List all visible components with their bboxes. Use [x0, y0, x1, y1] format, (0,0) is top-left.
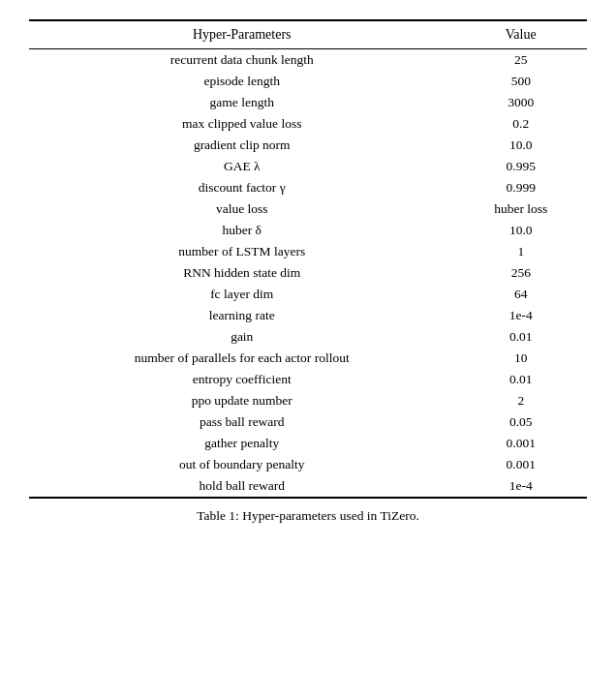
- value-cell: 500: [455, 71, 588, 92]
- value-cell: 0.01: [455, 326, 588, 348]
- param-cell: max clipped value loss: [29, 113, 455, 135]
- table-row: gradient clip norm10.0: [29, 135, 587, 156]
- table-row: recurrent data chunk length25: [29, 49, 587, 72]
- param-cell: episode length: [29, 71, 455, 92]
- value-cell: 25: [455, 49, 588, 72]
- param-cell: hold ball reward: [29, 475, 455, 498]
- table-row: out of boundary penalty0.001: [29, 454, 587, 475]
- value-cell: 10.0: [455, 135, 588, 156]
- param-cell: game length: [29, 92, 455, 113]
- value-cell: 10.0: [455, 220, 588, 241]
- param-cell: out of boundary penalty: [29, 454, 455, 475]
- table-row: fc layer dim64: [29, 284, 587, 305]
- value-cell: 10: [455, 348, 588, 369]
- table-row: ppo update number2: [29, 390, 587, 411]
- param-cell: pass ball reward: [29, 411, 455, 433]
- table-row: discount factor γ0.999: [29, 177, 587, 198]
- table-row: episode length500: [29, 71, 587, 92]
- table-row: game length3000: [29, 92, 587, 113]
- table-row: entropy coefficient0.01: [29, 369, 587, 390]
- value-cell: 0.001: [455, 454, 588, 475]
- param-cell: huber δ: [29, 220, 455, 241]
- table-row: GAE λ0.995: [29, 156, 587, 177]
- value-cell: 0.995: [455, 156, 588, 177]
- param-cell: value loss: [29, 198, 455, 220]
- table-row: hold ball reward1e-4: [29, 475, 587, 498]
- param-cell: learning rate: [29, 305, 455, 326]
- param-cell: RNN hidden state dim: [29, 262, 455, 284]
- table-row: pass ball reward0.05: [29, 411, 587, 433]
- param-cell: discount factor γ: [29, 177, 455, 198]
- value-cell: 1e-4: [455, 305, 588, 326]
- value-cell: 0.001: [455, 433, 588, 454]
- value-cell: 3000: [455, 92, 588, 113]
- table-row: huber δ10.0: [29, 220, 587, 241]
- value-cell: 0.2: [455, 113, 588, 135]
- value-cell: 0.05: [455, 411, 588, 433]
- value-cell: 64: [455, 284, 588, 305]
- table-row: gather penalty0.001: [29, 433, 587, 454]
- value-cell: 1: [455, 241, 588, 262]
- header-value: Value: [455, 20, 588, 49]
- table-header-row: Hyper-Parameters Value: [29, 20, 587, 49]
- param-cell: ppo update number: [29, 390, 455, 411]
- param-cell: gradient clip norm: [29, 135, 455, 156]
- table-row: gain0.01: [29, 326, 587, 348]
- table-row: number of parallels for each actor rollo…: [29, 348, 587, 369]
- value-cell: 1e-4: [455, 475, 588, 498]
- param-cell: entropy coefficient: [29, 369, 455, 390]
- table-container: Hyper-Parameters Value recurrent data ch…: [29, 19, 587, 524]
- table-row: learning rate1e-4: [29, 305, 587, 326]
- param-cell: number of parallels for each actor rollo…: [29, 348, 455, 369]
- table-row: max clipped value loss0.2: [29, 113, 587, 135]
- value-cell: 256: [455, 262, 588, 284]
- table-row: number of LSTM layers1: [29, 241, 587, 262]
- param-cell: gain: [29, 326, 455, 348]
- table-caption: Table 1: Hyper-parameters used in TiZero…: [29, 508, 587, 524]
- param-cell: number of LSTM layers: [29, 241, 455, 262]
- param-cell: fc layer dim: [29, 284, 455, 305]
- header-params: Hyper-Parameters: [29, 20, 455, 49]
- value-cell: 0.01: [455, 369, 588, 390]
- table-row: RNN hidden state dim256: [29, 262, 587, 284]
- param-cell: gather penalty: [29, 433, 455, 454]
- param-cell: GAE λ: [29, 156, 455, 177]
- value-cell: 2: [455, 390, 588, 411]
- value-cell: 0.999: [455, 177, 588, 198]
- table-row: value losshuber loss: [29, 198, 587, 220]
- hyperparams-table: Hyper-Parameters Value recurrent data ch…: [29, 19, 587, 499]
- value-cell: huber loss: [455, 198, 588, 220]
- param-cell: recurrent data chunk length: [29, 49, 455, 72]
